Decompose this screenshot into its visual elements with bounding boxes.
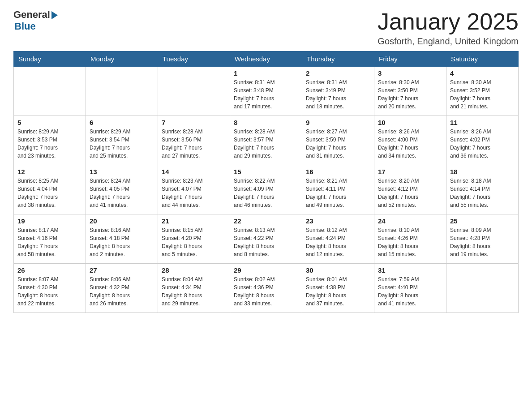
calendar-week-row: 19Sunrise: 8:17 AM Sunset: 4:16 PM Dayli…: [14, 214, 519, 264]
day-info: Sunrise: 8:17 AM Sunset: 4:16 PM Dayligh…: [17, 226, 82, 258]
day-number: 7: [162, 119, 226, 126]
day-number: 17: [378, 168, 442, 176]
calendar-day-header: Monday: [86, 51, 158, 67]
calendar-cell: 28Sunrise: 8:04 AM Sunset: 4:34 PM Dayli…: [158, 264, 230, 313]
day-number: 4: [450, 69, 515, 77]
day-number: 23: [306, 217, 370, 225]
day-info: Sunrise: 8:26 AM Sunset: 4:02 PM Dayligh…: [450, 128, 515, 160]
calendar-cell: 9Sunrise: 8:27 AM Sunset: 3:59 PM Daylig…: [302, 116, 374, 165]
calendar-cell: [446, 264, 519, 313]
calendar-cell: 4Sunrise: 8:30 AM Sunset: 3:52 PM Daylig…: [446, 67, 519, 116]
day-info: Sunrise: 8:30 AM Sunset: 3:52 PM Dayligh…: [450, 78, 515, 111]
day-info: Sunrise: 8:24 AM Sunset: 4:05 PM Dayligh…: [90, 177, 154, 209]
calendar-day-header: Tuesday: [158, 51, 230, 67]
calendar-week-row: 5Sunrise: 8:29 AM Sunset: 3:53 PM Daylig…: [14, 116, 519, 165]
day-info: Sunrise: 8:27 AM Sunset: 3:59 PM Dayligh…: [306, 128, 370, 160]
calendar-cell: 22Sunrise: 8:13 AM Sunset: 4:22 PM Dayli…: [230, 214, 302, 264]
calendar-cell: 3Sunrise: 8:30 AM Sunset: 3:50 PM Daylig…: [374, 67, 446, 116]
day-number: 29: [234, 266, 298, 274]
calendar-cell: 21Sunrise: 8:15 AM Sunset: 4:20 PM Dayli…: [158, 214, 230, 264]
day-info: Sunrise: 8:18 AM Sunset: 4:14 PM Dayligh…: [450, 177, 515, 209]
calendar-cell: 31Sunrise: 7:59 AM Sunset: 4:40 PM Dayli…: [374, 264, 446, 313]
calendar-cell: 30Sunrise: 8:01 AM Sunset: 4:38 PM Dayli…: [302, 264, 374, 313]
calendar-day-header: Saturday: [446, 51, 519, 67]
calendar-cell: 17Sunrise: 8:20 AM Sunset: 4:12 PM Dayli…: [374, 165, 446, 214]
calendar-cell: 6Sunrise: 8:29 AM Sunset: 3:54 PM Daylig…: [86, 116, 158, 165]
day-number: 11: [450, 119, 515, 126]
day-number: 5: [17, 119, 82, 126]
calendar-cell: 19Sunrise: 8:17 AM Sunset: 4:16 PM Dayli…: [14, 214, 86, 264]
calendar-cell: 20Sunrise: 8:16 AM Sunset: 4:18 PM Dayli…: [86, 214, 158, 264]
day-info: Sunrise: 8:16 AM Sunset: 4:18 PM Dayligh…: [90, 226, 154, 258]
logo-blue-text: Blue: [14, 21, 36, 32]
day-info: Sunrise: 8:01 AM Sunset: 4:38 PM Dayligh…: [306, 275, 370, 308]
calendar-cell: 23Sunrise: 8:12 AM Sunset: 4:24 PM Dayli…: [302, 214, 374, 264]
day-info: Sunrise: 8:31 AM Sunset: 3:48 PM Dayligh…: [234, 78, 298, 111]
day-number: 24: [378, 217, 442, 225]
calendar-cell: 29Sunrise: 8:02 AM Sunset: 4:36 PM Dayli…: [230, 264, 302, 313]
day-info: Sunrise: 8:29 AM Sunset: 3:53 PM Dayligh…: [17, 128, 82, 160]
day-number: 21: [162, 217, 226, 225]
page-header: General Blue January 2025 Gosforth, Engl…: [13, 9, 519, 47]
calendar-cell: 18Sunrise: 8:18 AM Sunset: 4:14 PM Dayli…: [446, 165, 519, 214]
day-info: Sunrise: 8:02 AM Sunset: 4:36 PM Dayligh…: [234, 275, 298, 308]
day-info: Sunrise: 8:15 AM Sunset: 4:20 PM Dayligh…: [162, 226, 226, 258]
day-number: 20: [90, 217, 154, 225]
calendar-cell: 1Sunrise: 8:31 AM Sunset: 3:48 PM Daylig…: [230, 67, 302, 116]
day-number: 31: [378, 266, 442, 274]
calendar-cell: 25Sunrise: 8:09 AM Sunset: 4:28 PM Dayli…: [446, 214, 519, 264]
day-info: Sunrise: 8:29 AM Sunset: 3:54 PM Dayligh…: [90, 128, 154, 160]
day-number: 16: [306, 168, 370, 176]
calendar-cell: [14, 67, 86, 116]
day-info: Sunrise: 8:21 AM Sunset: 4:11 PM Dayligh…: [306, 177, 370, 209]
day-number: 28: [162, 266, 226, 274]
day-info: Sunrise: 8:28 AM Sunset: 3:57 PM Dayligh…: [234, 128, 298, 160]
logo-general-text: General: [13, 9, 50, 21]
day-info: Sunrise: 8:26 AM Sunset: 4:00 PM Dayligh…: [378, 128, 442, 160]
day-number: 15: [234, 168, 298, 176]
day-info: Sunrise: 8:09 AM Sunset: 4:28 PM Dayligh…: [450, 226, 515, 258]
calendar-cell: 5Sunrise: 8:29 AM Sunset: 3:53 PM Daylig…: [14, 116, 86, 165]
calendar-cell: 24Sunrise: 8:10 AM Sunset: 4:26 PM Dayli…: [374, 214, 446, 264]
day-info: Sunrise: 8:30 AM Sunset: 3:50 PM Dayligh…: [378, 78, 442, 111]
day-info: Sunrise: 8:07 AM Sunset: 4:30 PM Dayligh…: [17, 275, 82, 308]
day-info: Sunrise: 7:59 AM Sunset: 4:40 PM Dayligh…: [378, 275, 442, 308]
day-number: 14: [162, 168, 226, 176]
calendar-cell: 27Sunrise: 8:06 AM Sunset: 4:32 PM Dayli…: [86, 264, 158, 313]
day-number: 6: [90, 119, 154, 126]
day-number: 1: [234, 69, 298, 77]
calendar-cell: 7Sunrise: 8:28 AM Sunset: 3:56 PM Daylig…: [158, 116, 230, 165]
calendar-table: SundayMondayTuesdayWednesdayThursdayFrid…: [13, 51, 519, 313]
calendar-cell: 16Sunrise: 8:21 AM Sunset: 4:11 PM Dayli…: [302, 165, 374, 214]
day-number: 2: [306, 69, 370, 77]
day-number: 30: [306, 266, 370, 274]
day-number: 22: [234, 217, 298, 225]
day-info: Sunrise: 8:10 AM Sunset: 4:26 PM Dayligh…: [378, 226, 442, 258]
day-number: 8: [234, 119, 298, 126]
day-number: 10: [378, 119, 442, 126]
day-number: 13: [90, 168, 154, 176]
day-number: 9: [306, 119, 370, 126]
calendar-day-header: Thursday: [302, 51, 374, 67]
day-number: 27: [90, 266, 154, 274]
logo-arrow-icon: [51, 11, 58, 19]
day-info: Sunrise: 8:06 AM Sunset: 4:32 PM Dayligh…: [90, 275, 154, 308]
day-info: Sunrise: 8:13 AM Sunset: 4:22 PM Dayligh…: [234, 226, 298, 258]
day-info: Sunrise: 8:20 AM Sunset: 4:12 PM Dayligh…: [378, 177, 442, 209]
day-info: Sunrise: 8:04 AM Sunset: 4:34 PM Dayligh…: [162, 275, 226, 308]
calendar-cell: 13Sunrise: 8:24 AM Sunset: 4:05 PM Dayli…: [86, 165, 158, 214]
calendar-cell: [158, 67, 230, 116]
calendar-cell: 14Sunrise: 8:23 AM Sunset: 4:07 PM Dayli…: [158, 165, 230, 214]
day-number: 19: [17, 217, 82, 225]
location-text: Gosforth, England, United Kingdom: [378, 36, 519, 47]
calendar-cell: 10Sunrise: 8:26 AM Sunset: 4:00 PM Dayli…: [374, 116, 446, 165]
calendar-cell: 2Sunrise: 8:31 AM Sunset: 3:49 PM Daylig…: [302, 67, 374, 116]
day-number: 26: [17, 266, 82, 274]
day-info: Sunrise: 8:22 AM Sunset: 4:09 PM Dayligh…: [234, 177, 298, 209]
day-number: 3: [378, 69, 442, 77]
calendar-cell: 8Sunrise: 8:28 AM Sunset: 3:57 PM Daylig…: [230, 116, 302, 165]
day-number: 12: [17, 168, 82, 176]
calendar-header-row: SundayMondayTuesdayWednesdayThursdayFrid…: [14, 51, 519, 67]
day-info: Sunrise: 8:25 AM Sunset: 4:04 PM Dayligh…: [17, 177, 82, 209]
day-info: Sunrise: 8:23 AM Sunset: 4:07 PM Dayligh…: [162, 177, 226, 209]
